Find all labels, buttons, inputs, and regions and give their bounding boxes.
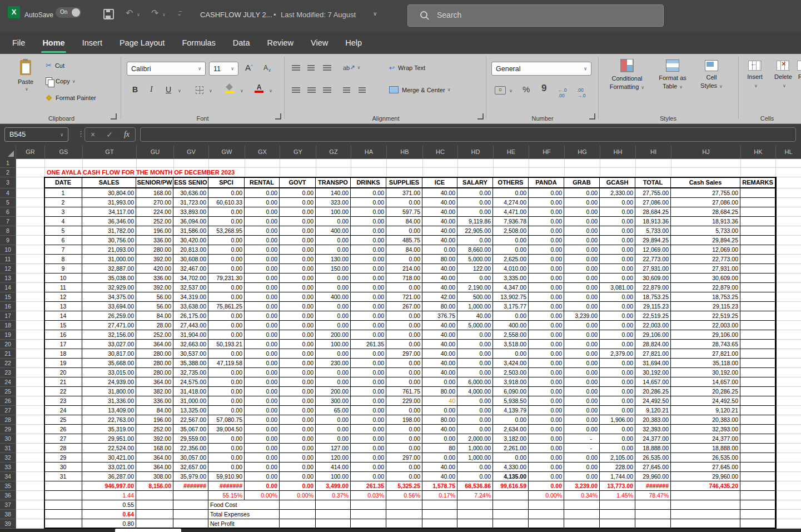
grid-cell[interactable]: 0.00 <box>245 425 280 434</box>
grid-cell[interactable]: 0.00 <box>245 311 280 321</box>
row-header-19[interactable]: 19 <box>0 330 16 340</box>
grid-cell[interactable]: 0.00 <box>316 368 351 377</box>
grid-cell[interactable]: 0.00 <box>564 321 600 330</box>
grid-cell[interactable]: 0.00 <box>564 264 600 274</box>
grid-cell[interactable]: 2,330.00 <box>600 188 635 198</box>
grid-cell[interactable]: 2 <box>44 198 82 207</box>
grid-cell[interactable]: 35,118.00 <box>671 359 740 368</box>
align-center-icon[interactable] <box>307 87 316 93</box>
grid-cell[interactable]: 14 <box>44 311 82 321</box>
row-header-24[interactable]: 24 <box>0 377 16 387</box>
grid-cell[interactable]: 150.00 <box>316 264 351 274</box>
grid-cell[interactable]: 19 <box>44 359 82 368</box>
grid-cell[interactable]: 24,377.00 <box>671 434 740 444</box>
grid-cell[interactable]: 0.00 <box>280 198 316 207</box>
grid-cell[interactable] <box>740 188 775 198</box>
grid-cell[interactable]: 3,499.00 <box>316 481 351 491</box>
grid-cell[interactable]: 18,888.00 <box>635 444 671 453</box>
grid-cell[interactable]: 280.00 <box>136 245 173 255</box>
grid-cell[interactable]: 0.00 <box>386 463 422 472</box>
grid-cell[interactable]: 0.00 <box>245 255 280 264</box>
grid-cell[interactable] <box>740 396 775 406</box>
grid-cell[interactable]: 0.00 <box>600 396 635 406</box>
increase-decimal-icon[interactable]: ←.0.00 <box>558 87 567 98</box>
grid-cell[interactable]: 42.00 <box>422 292 457 302</box>
grid-cell[interactable]: 0.00 <box>386 340 422 349</box>
column-header-GV[interactable]: GV <box>173 146 208 158</box>
grid-cell[interactable]: 35,668.00 <box>82 359 136 368</box>
grid-cell[interactable]: 0.00 <box>457 415 493 425</box>
grid-cell[interactable]: 0.00 <box>529 406 564 415</box>
grid-cell[interactable]: 0.00 <box>493 245 529 255</box>
grid-cell[interactable]: 7.24% <box>457 491 493 500</box>
grid-cell[interactable]: 0.00 <box>245 349 280 359</box>
grid-cell[interactable]: 8,660.00 <box>457 245 493 255</box>
grid-cell[interactable]: 0.00 <box>245 463 280 472</box>
grid-cell[interactable] <box>173 491 208 500</box>
row-header-1[interactable]: 1 <box>0 158 16 168</box>
column-header-GZ[interactable]: GZ <box>316 146 351 158</box>
grid-cell[interactable]: 0.00 <box>457 330 493 340</box>
grid-cell[interactable] <box>635 500 671 510</box>
grid-cell[interactable]: 0.00 <box>245 236 280 245</box>
grid-cell[interactable]: 30,192.00 <box>635 368 671 377</box>
row-header-32[interactable]: 32 <box>0 453 16 463</box>
menu-tab-home[interactable]: Home <box>41 36 66 49</box>
grid-cell[interactable]: 27,755.00 <box>671 188 740 198</box>
grid-cell[interactable]: 2,000.00 <box>457 434 493 444</box>
grid-cell[interactable]: 30,057.00 <box>173 453 208 463</box>
grid-cell[interactable]: 17 <box>44 340 82 349</box>
grid-cell[interactable]: 40.00 <box>422 472 457 481</box>
grid-cell[interactable]: 1 <box>44 188 82 198</box>
grid-cell[interactable]: 0.00 <box>351 302 386 311</box>
row-header-36[interactable]: 36 <box>0 491 16 500</box>
grid-cell[interactable]: 0.00 <box>351 463 386 472</box>
grid-cell[interactable]: ####### <box>208 481 245 491</box>
grid-cell[interactable]: 0.00 <box>600 198 635 207</box>
grid-cell[interactable]: 0.00 <box>529 387 564 396</box>
grid-cell[interactable]: 29 <box>44 453 82 463</box>
grid-cell[interactable]: 0.00 <box>245 264 280 274</box>
grid-cell[interactable] <box>740 510 775 519</box>
grid-cell[interactable]: 0.00 <box>564 302 600 311</box>
increase-indent-icon[interactable] <box>359 87 366 93</box>
grid-cell[interactable] <box>351 510 386 519</box>
grid-cell[interactable]: 0.00 <box>280 349 316 359</box>
grid-cell[interactable]: 8 <box>44 255 82 264</box>
row-header-17[interactable]: 17 <box>0 311 16 321</box>
grid-cell[interactable] <box>529 500 564 510</box>
grid-cell[interactable]: 0.00 <box>208 217 245 226</box>
grid-cell[interactable]: 27,443.00 <box>173 321 208 330</box>
grid-cell[interactable]: 32,467.00 <box>173 264 208 274</box>
grid-cell[interactable] <box>173 500 208 510</box>
grid-cell[interactable]: 0.00 <box>600 368 635 377</box>
grid-cell[interactable] <box>740 481 775 491</box>
grid-cell[interactable]: SALES <box>82 177 136 188</box>
grid-cell[interactable] <box>136 500 173 510</box>
grid-cell[interactable]: 0.00 <box>564 359 600 368</box>
grid-cell[interactable]: 0.00 <box>529 311 564 321</box>
grid-cell[interactable]: 32,156.00 <box>82 330 136 340</box>
grid-cell[interactable]: 0.00 <box>529 245 564 255</box>
grid-cell[interactable]: 27,086.00 <box>635 198 671 207</box>
grid-cell[interactable]: 20,286.25 <box>635 387 671 396</box>
grid-cell[interactable]: 0.00 <box>280 311 316 321</box>
grid-cell[interactable]: 3 <box>44 207 82 217</box>
grid-cell[interactable]: 0.00 <box>493 311 529 321</box>
grid-cell[interactable]: 0.00 <box>493 349 529 359</box>
grid-cell[interactable]: 200.00 <box>316 387 351 396</box>
grid-cell[interactable]: 297.00 <box>386 349 422 359</box>
grid-cell[interactable]: 5,938.50 <box>493 396 529 406</box>
align-middle-icon[interactable] <box>307 65 315 71</box>
grid-cell[interactable]: 0.00 <box>351 453 386 463</box>
grid-cell[interactable] <box>529 519 564 529</box>
grid-cell[interactable]: 485.75 <box>386 236 422 245</box>
row-header-14[interactable]: 14 <box>0 283 16 292</box>
fill-color-icon[interactable] <box>226 84 235 93</box>
grid-cell[interactable] <box>740 425 775 434</box>
grid-cell[interactable]: 0.00 <box>280 406 316 415</box>
grid-cell[interactable]: 0.00 <box>529 377 564 387</box>
grid-cell[interactable]: 31,782.00 <box>82 226 136 236</box>
grid-cell[interactable]: 0.00 <box>208 236 245 245</box>
grid-cell[interactable]: Cash Sales <box>671 177 740 188</box>
